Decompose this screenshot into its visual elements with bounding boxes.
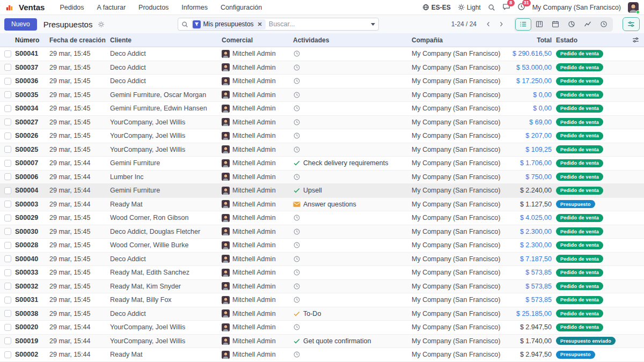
row-activity[interactable] [293,323,412,331]
header-total[interactable]: Total [501,36,552,44]
table-row[interactable]: S00031 29 mar, 15:45 Ready Mat, Billy Fo… [0,293,644,307]
search-input[interactable] [269,20,368,28]
table-row[interactable]: S00035 29 mar, 15:45 Gemini Furniture, O… [0,88,644,102]
table-row[interactable]: S00025 29 mar, 15:45 YourCompany, Joel W… [0,143,644,157]
sales-app-icon[interactable] [5,3,13,11]
row-checkbox[interactable] [4,324,11,331]
view-activity-button[interactable] [596,18,612,31]
row-checkbox[interactable] [4,242,11,249]
row-checkbox[interactable] [4,119,11,125]
theme-toggle[interactable]: Light [458,4,481,11]
row-activity[interactable] [293,351,412,358]
table-row[interactable]: S00036 29 mar, 15:45 Deco Addict Mitchel… [0,75,644,88]
row-activity[interactable] [293,173,412,181]
table-row[interactable]: S00030 29 mar, 15:45 Deco Addict, Dougla… [0,225,644,239]
row-checkbox[interactable] [4,215,11,221]
header-estado[interactable]: Estado [552,36,627,44]
row-activity[interactable]: To-Do [293,310,412,317]
menu-pedidos[interactable]: Pedidos [54,2,89,13]
header-cliente[interactable]: Cliente [110,36,222,44]
row-activity[interactable] [293,119,412,126]
row-checkbox[interactable] [4,78,11,85]
table-row[interactable]: S00041 29 mar, 15:45 Deco Addict Mitchel… [0,47,644,61]
row-activity[interactable] [293,132,412,139]
active-filter-pill[interactable]: Mis presupuestos ✕ [192,19,266,29]
row-checkbox[interactable] [4,105,11,112]
row-activity[interactable] [293,241,412,249]
row-checkbox[interactable] [4,297,11,304]
table-row[interactable]: S00019 29 mar, 15:44 YourCompany, Joel W… [0,335,644,349]
pager-next-button[interactable] [497,20,506,28]
table-row[interactable]: S00004 29 mar, 15:44 Gemini Furniture Mi… [0,184,644,198]
row-activity[interactable] [293,296,412,304]
row-checkbox[interactable] [4,50,11,57]
table-row[interactable]: S00032 29 mar, 15:45 Ready Mat, Kim Snyd… [0,280,644,294]
row-activity[interactable] [293,105,412,112]
row-checkbox[interactable] [4,64,11,71]
row-checkbox[interactable] [4,160,11,167]
search-dropdown-caret-icon[interactable] [371,23,375,26]
table-row[interactable]: S00007 29 mar, 15:44 Gemini Furniture Mi… [0,157,644,171]
view-list-button[interactable] [515,18,531,31]
row-activity[interactable] [293,255,412,263]
row-activity[interactable] [293,214,412,221]
row-activity[interactable] [293,77,412,85]
search-icon[interactable] [488,4,495,11]
row-checkbox[interactable] [4,310,11,317]
row-activity[interactable] [293,64,412,71]
table-row[interactable]: S00026 29 mar, 15:45 YourCompany, Joel W… [0,129,644,143]
user-menu[interactable] [628,2,639,13]
row-checkbox[interactable] [4,351,11,358]
row-activity[interactable] [293,91,412,99]
row-checkbox[interactable] [4,228,11,235]
row-activity[interactable]: Get quote confirmation [293,337,412,345]
table-row[interactable]: S00006 29 mar, 15:44 Lumber Inc Mitchell… [0,171,644,184]
table-row[interactable]: S00020 29 mar, 15:44 YourCompany, Joel W… [0,321,644,335]
row-activity[interactable] [293,50,412,57]
menu-productos[interactable]: Productos [133,2,174,13]
view-pivot-button[interactable] [564,18,580,31]
row-checkbox[interactable] [4,132,11,139]
column-settings-icon[interactable] [632,36,639,43]
company-switcher[interactable]: My Company (San Francisco) [532,4,621,11]
header-fecha[interactable]: Fecha de creación [49,36,110,44]
table-row[interactable]: S00002 29 mar, 15:44 Ready Mat Mitchell … [0,348,644,362]
row-activity[interactable]: Upsell [293,187,412,194]
app-name[interactable]: Ventas [19,3,45,12]
header-actividades[interactable]: Actividades [293,36,412,44]
row-activity[interactable]: Check delivery requirements [293,159,412,167]
table-row[interactable]: S00037 29 mar, 15:45 Deco Addict Mitchel… [0,61,644,75]
view-graph-button[interactable] [580,18,596,31]
header-comercial[interactable]: Comercial [222,36,293,44]
table-row[interactable]: S00027 29 mar, 15:45 YourCompany, Joel W… [0,116,644,130]
row-activity[interactable] [293,146,412,153]
table-row[interactable]: S00029 29 mar, 15:45 Wood Corner, Ron Gi… [0,211,644,225]
row-checkbox[interactable] [4,283,11,290]
new-button[interactable]: Nuevo [4,18,37,31]
language-switcher[interactable]: ES-ES [422,4,451,11]
row-activity[interactable]: Answer questions [293,201,412,208]
actions-gear-icon[interactable] [98,21,105,28]
activities-button[interactable]: 31 [517,3,525,12]
header-compania[interactable]: Compañía [412,36,501,44]
menu-configuracion[interactable]: Configuración [215,2,267,13]
menu-informes[interactable]: Informes [176,2,213,13]
row-checkbox[interactable] [4,173,11,180]
row-checkbox[interactable] [4,255,11,262]
row-checkbox[interactable] [4,146,11,153]
row-activity[interactable] [293,269,412,276]
menu-a-facturar[interactable]: A facturar [92,2,131,13]
pager-previous-button[interactable] [484,20,493,28]
table-row[interactable]: S00040 29 mar, 15:45 Deco Addict Mitchel… [0,253,644,267]
row-activity[interactable] [293,228,412,235]
filters-adjust-button[interactable] [623,17,640,31]
remove-filter-icon[interactable]: ✕ [258,21,262,28]
view-kanban-button[interactable] [531,18,547,31]
row-checkbox[interactable] [4,269,11,276]
table-row[interactable]: S00033 29 mar, 15:45 Ready Mat, Edith Sa… [0,266,644,280]
table-row[interactable]: S00038 29 mar, 15:45 Deco Addict Mitchel… [0,307,644,321]
row-checkbox[interactable] [4,201,11,208]
row-checkbox[interactable] [4,337,11,344]
messages-button[interactable]: 8 [502,3,510,12]
view-calendar-button[interactable] [547,18,564,31]
